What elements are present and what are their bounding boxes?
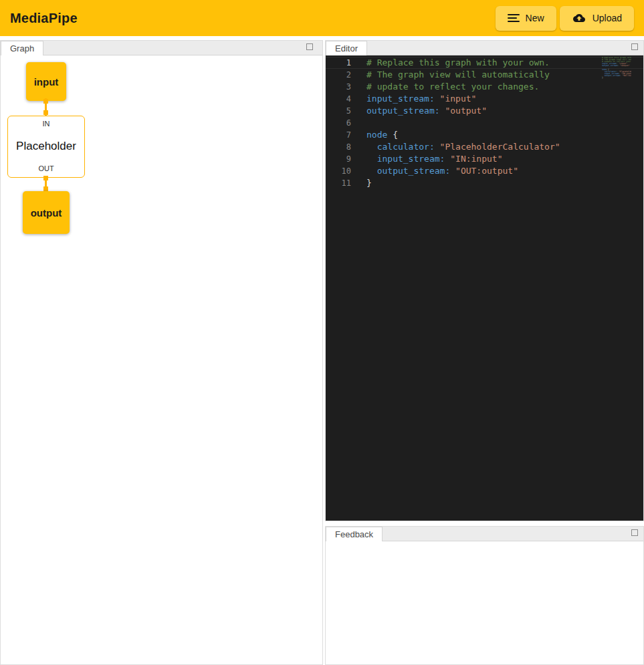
tab-editor-label: Editor bbox=[335, 43, 358, 53]
editor-body: 1# Replace this graph with your own.2# T… bbox=[326, 55, 643, 521]
graph-tabbar: Graph bbox=[1, 41, 322, 55]
main-area: Graph input IN Placeholder OUT bbox=[0, 36, 644, 665]
node-label: input bbox=[34, 76, 59, 88]
tab-editor[interactable]: Editor bbox=[326, 41, 367, 55]
output-port-label: OUT bbox=[38, 164, 53, 172]
graph-panel: Graph input IN Placeholder OUT bbox=[0, 40, 323, 665]
node-label: output bbox=[31, 207, 62, 219]
editor-code[interactable]: 1# Replace this graph with your own.2# T… bbox=[326, 57, 643, 189]
upload-button-label: Upload bbox=[593, 13, 622, 23]
menu-icon bbox=[508, 13, 520, 23]
feedback-body bbox=[326, 541, 643, 664]
upload-button[interactable]: Upload bbox=[560, 6, 634, 31]
edge-port-dot bbox=[43, 176, 48, 180]
app-header: MediaPipe New Upload bbox=[0, 0, 644, 36]
app-root: MediaPipe New Upload Graph bbox=[0, 0, 644, 665]
feedback-panel: Feedback bbox=[325, 526, 644, 665]
tab-feedback-label: Feedback bbox=[335, 529, 373, 539]
right-column: Editor 1# Replace this graph with your o… bbox=[325, 40, 644, 665]
node-label: Placeholder bbox=[16, 140, 76, 153]
tab-graph[interactable]: Graph bbox=[1, 41, 43, 55]
cloud-upload-icon bbox=[572, 12, 586, 24]
editor-tabbar: Editor bbox=[326, 41, 643, 55]
minimap[interactable]: # Replace this graph with your own.# The… bbox=[602, 57, 631, 79]
editor-popout-icon[interactable] bbox=[631, 43, 638, 50]
tab-feedback[interactable]: Feedback bbox=[326, 527, 383, 541]
editor-panel: Editor 1# Replace this graph with your o… bbox=[325, 40, 644, 521]
tab-graph-label: Graph bbox=[10, 43, 34, 53]
edge-port-dot bbox=[43, 110, 48, 115]
app-title: MediaPipe bbox=[10, 11, 78, 26]
feedback-tabbar: Feedback bbox=[326, 527, 643, 541]
graph-node-output-stream[interactable]: output bbox=[23, 191, 70, 234]
header-actions: New Upload bbox=[496, 6, 634, 31]
feedback-popout-icon[interactable] bbox=[631, 529, 638, 536]
new-button-label: New bbox=[526, 13, 544, 23]
graph-canvas[interactable]: input IN Placeholder OUT output bbox=[1, 55, 322, 664]
edge-port-dot bbox=[43, 186, 48, 191]
graph-popout-icon[interactable] bbox=[306, 43, 313, 50]
new-button[interactable]: New bbox=[496, 6, 556, 31]
edge-port-dot bbox=[43, 99, 48, 104]
input-port-label: IN bbox=[43, 120, 50, 128]
graph-node-placeholder-calculator[interactable]: IN Placeholder OUT bbox=[7, 116, 85, 178]
graph-node-input-stream[interactable]: input bbox=[26, 62, 66, 101]
